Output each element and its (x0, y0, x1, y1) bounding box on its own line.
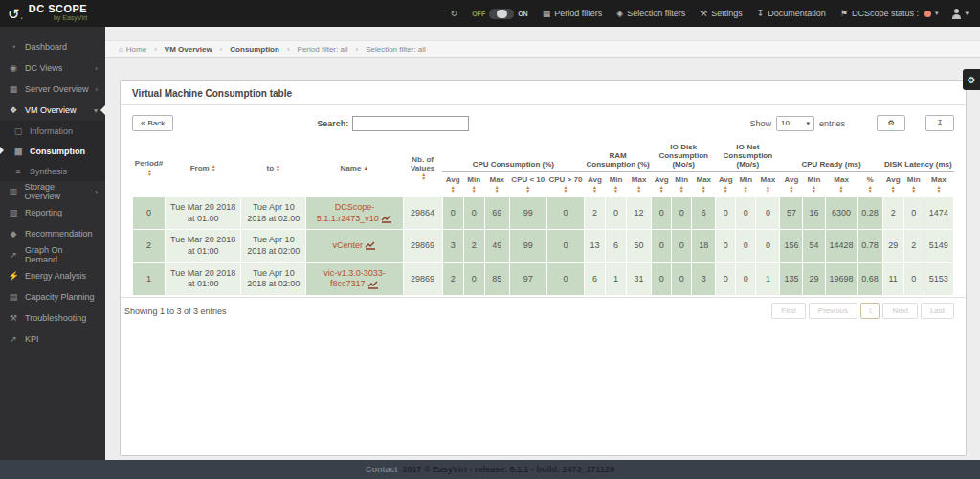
sort-icon[interactable]: ▲▼ (924, 185, 952, 193)
documentation-button[interactable]: ↧ Documentation (757, 9, 826, 18)
chart-line-icon[interactable] (365, 241, 376, 250)
sidebar-item-information[interactable]: ▢ Information (0, 121, 105, 141)
column-subheader[interactable]: Max▲▼ (924, 172, 953, 197)
sort-icon[interactable]: ▲▼ (804, 185, 824, 193)
pagination-next-button[interactable]: Next (882, 303, 917, 319)
table-settings-button[interactable]: ⚙ (877, 115, 905, 131)
breadcrumb-period-filter[interactable]: Period filter: all (298, 45, 348, 54)
user-menu[interactable]: ▾ (952, 9, 969, 19)
sidebar-item-reporting[interactable]: ▧ Reporting (0, 202, 105, 223)
column-subheader[interactable]: Min▲▼ (463, 172, 484, 197)
column-subheader[interactable]: Min▲▼ (903, 172, 924, 197)
column-subheader[interactable]: Max▲▼ (825, 172, 858, 197)
vm-name-link[interactable]: DCScope-5.1.1.r2473_v10 (317, 202, 379, 223)
sidebar-item-energy-analysis[interactable]: ⚡ Energy Analysis (0, 265, 105, 286)
column-subheader[interactable]: Avg▲▼ (882, 172, 903, 197)
sort-icon[interactable]: ▲▼ (757, 185, 779, 193)
column-subheader[interactable]: Min▲▼ (736, 172, 756, 197)
column-subheader[interactable]: Max▲▼ (756, 172, 780, 197)
column-header-to[interactable]: to▲▼ (241, 139, 306, 197)
auto-refresh-toggle[interactable]: OFF ON (472, 9, 528, 19)
page-size-select[interactable]: 10 ▾ (776, 116, 814, 131)
sort-icon[interactable]: ▲▼ (212, 164, 216, 171)
settings-button[interactable]: ⚒ Settings (700, 9, 743, 18)
sort-icon[interactable]: ▲▼ (826, 185, 857, 193)
column-header-nb[interactable]: Nb. of Values▲▼ (403, 139, 442, 197)
column-subheader[interactable]: Max▲▼ (692, 172, 716, 197)
export-button[interactable]: ↧ (925, 115, 954, 131)
sort-icon[interactable]: ▲▼ (547, 185, 583, 193)
sort-icon[interactable]: ▲▼ (717, 185, 735, 193)
search-input[interactable] (352, 116, 469, 131)
sidebar-item-synthesis[interactable]: ≡ Synthesis (0, 161, 105, 181)
sort-icon[interactable]: ▲▼ (737, 185, 755, 193)
sort-icon[interactable]: ▲▼ (693, 185, 715, 193)
column-subheader[interactable]: Min▲▼ (672, 172, 692, 197)
sort-icon[interactable]: ▲▼ (510, 185, 546, 193)
sort-asc-icon[interactable]: ▲ (363, 166, 368, 170)
sort-icon[interactable]: ▲▼ (464, 185, 483, 193)
sort-icon[interactable]: ▲▼ (607, 185, 626, 193)
pagination-previous-button[interactable]: Previous (809, 303, 858, 319)
sidebar-item-storage-overview[interactable]: ▥ Storage Overview › (0, 181, 105, 202)
toggle-pill[interactable] (489, 9, 514, 19)
column-subheader[interactable]: Avg▲▼ (585, 172, 606, 197)
sort-icon[interactable]: ▲▼ (421, 172, 426, 180)
column-subheader[interactable]: Max▲▼ (484, 172, 509, 197)
column-subheader[interactable]: %▲▼ (858, 172, 882, 197)
column-subheader[interactable]: Avg▲▼ (716, 172, 736, 197)
sort-icon[interactable]: ▲▼ (781, 185, 802, 193)
sort-icon[interactable]: ▲▼ (673, 185, 691, 193)
sidebar-item-dashboard[interactable]: ◔ Dashboard (0, 36, 105, 57)
column-header-from[interactable]: From▲▼ (166, 139, 241, 197)
selection-filters-button[interactable]: ◈ Selection filters (616, 9, 685, 18)
dcscope-logo[interactable]: ↺. DC SCOPE by EasyVirt (0, 0, 105, 27)
sidebar-item-kpi[interactable]: ↗ KPI (0, 329, 105, 350)
sidebar-item-vm-overview[interactable]: ❖ VM Overview ▾ (0, 100, 105, 121)
breadcrumb-consumption[interactable]: Consumption (230, 45, 279, 54)
sort-icon[interactable]: ▲▼ (276, 164, 280, 171)
pagination-last-button[interactable]: Last (921, 303, 954, 319)
edge-settings-tab[interactable]: ⚙ (963, 69, 980, 90)
sort-icon[interactable]: ▲▼ (147, 169, 152, 176)
chart-line-icon[interactable] (381, 215, 392, 223)
sort-icon[interactable]: ▲▼ (443, 185, 462, 193)
contact-link[interactable]: Contact (366, 465, 398, 474)
breadcrumb-vm-overview[interactable]: VM Overview (165, 45, 212, 54)
sidebar-item-troubleshooting[interactable]: ⚒ Troubleshooting (0, 308, 105, 329)
column-subheader[interactable]: Max▲▼ (627, 172, 652, 197)
vm-name-link[interactable]: vCenter (332, 240, 363, 250)
column-subheader[interactable]: Avg▲▼ (652, 172, 672, 197)
column-subheader[interactable]: Min▲▼ (803, 172, 825, 197)
back-button[interactable]: « Back (132, 115, 173, 131)
refresh-icon[interactable]: ↻ (451, 9, 458, 18)
column-subheader[interactable]: Avg▲▼ (780, 172, 803, 197)
breadcrumb-home[interactable]: ⌂ Home (119, 45, 146, 54)
column-subheader[interactable]: Min▲▼ (606, 172, 627, 197)
sort-icon[interactable]: ▲▼ (653, 185, 671, 193)
pagination-first-button[interactable]: First (771, 303, 806, 319)
sort-icon[interactable]: ▲▼ (883, 185, 902, 193)
breadcrumb-selection-filter[interactable]: Selection filter: all (366, 45, 426, 54)
sidebar-item-recommendation[interactable]: ◆ Recommendation (0, 223, 105, 244)
sort-icon[interactable]: ▲▼ (628, 185, 651, 193)
sidebar-item-capacity-planning[interactable]: ▤ Capacity Planning (0, 286, 105, 308)
column-header-period[interactable]: Period#▲▼ (133, 139, 166, 197)
cell-iodisk: 3 (692, 262, 716, 295)
sidebar-item-consumption[interactable]: ▦ Consumption (0, 141, 105, 161)
sort-icon[interactable]: ▲▼ (586, 185, 605, 193)
column-header-name[interactable]: Name▲ (306, 139, 403, 197)
sidebar-item-server-overview[interactable]: ▦ Server Overview › (0, 79, 105, 100)
column-subheader[interactable]: CPU > 70▲▼ (546, 172, 584, 197)
sort-icon[interactable]: ▲▼ (904, 185, 923, 193)
column-subheader[interactable]: CPU < 10▲▼ (509, 172, 546, 197)
period-filters-button[interactable]: ▦ Period filters (543, 9, 603, 18)
pagination-current-page[interactable]: 1 (860, 303, 880, 319)
chart-line-icon[interactable] (368, 281, 379, 289)
sort-icon[interactable]: ▲▼ (858, 185, 881, 193)
sort-icon[interactable]: ▲▼ (485, 185, 508, 193)
sidebar-item-dc-views[interactable]: ◉ DC Views › (0, 57, 105, 79)
sidebar-item-graph-on-demand[interactable]: ↗ Graph On Demand (0, 244, 105, 265)
column-subheader[interactable]: Avg▲▼ (442, 172, 463, 197)
dcscope-status-menu[interactable]: ⚑ DCScope status : ▾ (840, 9, 939, 18)
